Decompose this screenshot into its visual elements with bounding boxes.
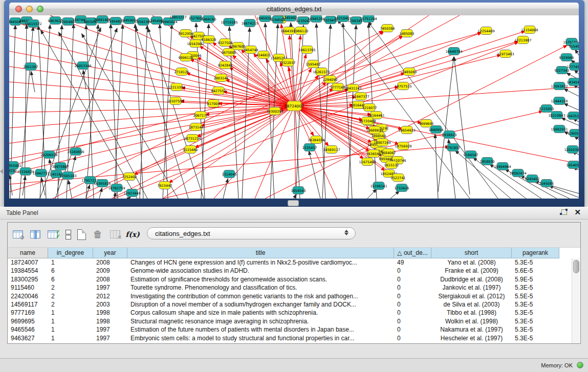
graph-node[interactable]: 12010354 <box>564 146 579 154</box>
table-row[interactable]: 1456911722003Disruption of a novel membe… <box>8 300 573 309</box>
show-columns-icon[interactable] <box>28 227 42 242</box>
table-row[interactable]: 1830029562008Estimation of significance … <box>8 275 573 283</box>
graph-node[interactable]: 9242845 <box>218 61 233 69</box>
graph-node[interactable]: 20206516 <box>40 151 57 159</box>
column-header-pagerank[interactable]: pagerank <box>512 248 559 258</box>
graph-node[interactable]: 16674215 <box>241 19 258 27</box>
graph-node[interactable]: 11973493 <box>497 50 514 58</box>
column-header-out_degree[interactable]: △ out_de... <box>394 248 431 258</box>
graph-node[interactable]: 9777169 <box>331 83 345 91</box>
function-builder-icon[interactable]: f(x) <box>125 227 140 242</box>
graph-node[interactable]: 1485083 <box>400 30 415 37</box>
import-table-icon[interactable]: ✕ <box>108 227 122 242</box>
graph-node[interactable]: 15196141 <box>370 182 387 190</box>
graph-node[interactable]: 1873144 <box>189 123 204 131</box>
graph-node[interactable]: 1535457 <box>302 144 317 151</box>
table-row[interactable]: 946554611997Estimation of the future num… <box>8 325 573 334</box>
graph-node[interactable]: 19654923 <box>398 126 415 134</box>
table-row[interactable]: 2242004622012Investigating the contribut… <box>8 292 573 300</box>
network-canvas[interactable]: 8912954942750881863289327508286760816543… <box>9 15 579 199</box>
graph-node[interactable]: 2067177 <box>193 112 208 119</box>
graph-node[interactable]: 2718126 <box>175 68 189 76</box>
column-header-name[interactable]: name <box>8 248 48 258</box>
graph-node[interactable]: 9115460 <box>183 146 198 154</box>
graph-node[interactable]: 11675490 <box>359 158 376 166</box>
graph-node[interactable]: 13942737 <box>32 169 49 177</box>
graph-node[interactable]: 19613705 <box>298 46 315 54</box>
graph-node[interactable]: 9194347 <box>464 151 478 159</box>
table-row[interactable]: 1872400712008Changes of HCN gene express… <box>8 258 573 267</box>
graph-node[interactable]: 9146821 <box>256 51 271 59</box>
table-options-icon[interactable]: ⚙ <box>11 227 25 242</box>
graph-node[interactable]: 8938923 <box>442 131 457 139</box>
graph-node[interactable]: 15692931 <box>551 125 568 133</box>
graph-node[interactable]: 8427552 <box>211 87 226 95</box>
panel-collapse-arrow[interactable] <box>0 169 3 174</box>
graph-node[interactable]: 19855081 <box>9 162 21 169</box>
graph-node[interactable]: 14569117 <box>323 146 340 154</box>
graph-node[interactable]: 1054054 <box>567 161 579 169</box>
delete-table-icon[interactable]: 🗑 <box>91 227 105 242</box>
graph-node[interactable]: 1840954 <box>429 126 444 134</box>
graph-node[interactable]: 1966120 <box>294 27 309 35</box>
graph-node[interactable]: 7450384 <box>380 25 395 32</box>
graph-node[interactable]: 10107558 <box>167 97 184 105</box>
graph-node[interactable]: 1595482 <box>306 60 321 68</box>
table-row[interactable]: 1938455462009Genome-wide association stu… <box>8 267 573 275</box>
graph-hub-node[interactable]: 18724007 <box>285 101 304 111</box>
graph-node[interactable]: 1043514 <box>567 112 579 120</box>
graph-node[interactable]: 2803144 <box>214 74 229 82</box>
graph-node[interactable]: 18092474 <box>509 169 526 177</box>
graph-node[interactable]: 1260545 <box>568 129 579 137</box>
column-header-short[interactable]: short <box>431 248 512 258</box>
column-header-year[interactable]: year <box>93 248 127 258</box>
graph-node[interactable]: 16648784 <box>445 48 462 55</box>
graph-node[interactable]: 1615132 <box>384 161 399 169</box>
graph-node[interactable]: 7615447 <box>158 182 172 189</box>
float-window-icon[interactable] <box>560 209 568 216</box>
table-row[interactable]: 911546021997Tourette syndrome. Phenomeno… <box>8 283 573 292</box>
graph-node[interactable]: 9245402 <box>525 175 540 183</box>
split-pane-handle[interactable] <box>288 200 299 206</box>
graph-node[interactable]: 1216077 <box>362 104 377 112</box>
graph-node[interactable]: 25160656 <box>67 148 84 156</box>
graph-node[interactable]: 10719185 <box>221 18 237 26</box>
graph-node[interactable]: 1636594 <box>366 150 381 158</box>
graph-node[interactable]: 1434545 <box>567 78 579 86</box>
graph-node[interactable]: 19756928 <box>395 142 411 150</box>
graph-node[interactable]: 8215953 <box>539 105 554 113</box>
graph-node[interactable]: 5675885 <box>222 49 236 56</box>
graph-node[interactable]: 11647377 <box>352 93 369 100</box>
graph-node[interactable]: 12254409 <box>477 27 494 35</box>
graph-node[interactable]: 9684067 <box>381 149 396 157</box>
row-height-icon[interactable] <box>61 227 75 242</box>
graph-node[interactable]: 2522741 <box>391 174 406 182</box>
graph-node[interactable]: 9896128 <box>179 54 193 61</box>
select-columns-icon[interactable]: ✓✓ <box>46 227 60 242</box>
create-table-icon[interactable] <box>74 227 89 242</box>
scrollbar-thumb[interactable] <box>573 260 579 273</box>
graph-node[interactable]: 1314545 <box>222 170 237 178</box>
graph-node[interactable]: 2051307 <box>24 63 38 71</box>
graph-node[interactable]: 7252402 <box>122 173 137 181</box>
close-icon[interactable]: ✕ <box>574 208 581 217</box>
graph-node[interactable]: 7485083 <box>402 68 417 76</box>
graph-node[interactable]: 9329966 <box>559 54 574 61</box>
graph-node[interactable]: 26053346 <box>74 62 91 70</box>
table-row[interactable]: 969969511998Structural magnetic resonanc… <box>8 317 573 325</box>
graph-node[interactable]: 1294090 <box>323 76 338 83</box>
graph-node[interactable]: 11154088 <box>521 26 538 34</box>
vertical-scrollbar[interactable] <box>572 258 580 343</box>
column-header-in_degree[interactable]: in_degree <box>48 248 93 258</box>
graph-node[interactable]: 9322037 <box>281 59 296 67</box>
network-window-titlebar[interactable]: citations_edges.txt <box>9 3 579 16</box>
graph-node[interactable]: 1733426 <box>395 184 409 192</box>
graph-node[interactable]: 917004 <box>207 100 220 107</box>
graph-node[interactable]: 10210643 <box>548 112 565 119</box>
graph-node[interactable]: 30975887 <box>52 163 69 170</box>
graph-node[interactable]: 12923448 <box>123 189 140 197</box>
graph-node[interactable]: 1854543 <box>291 187 306 194</box>
graph-node[interactable]: 1858930 <box>480 158 495 165</box>
graph-node[interactable]: 1045085 <box>539 180 554 187</box>
column-header-title[interactable]: title <box>127 248 394 258</box>
